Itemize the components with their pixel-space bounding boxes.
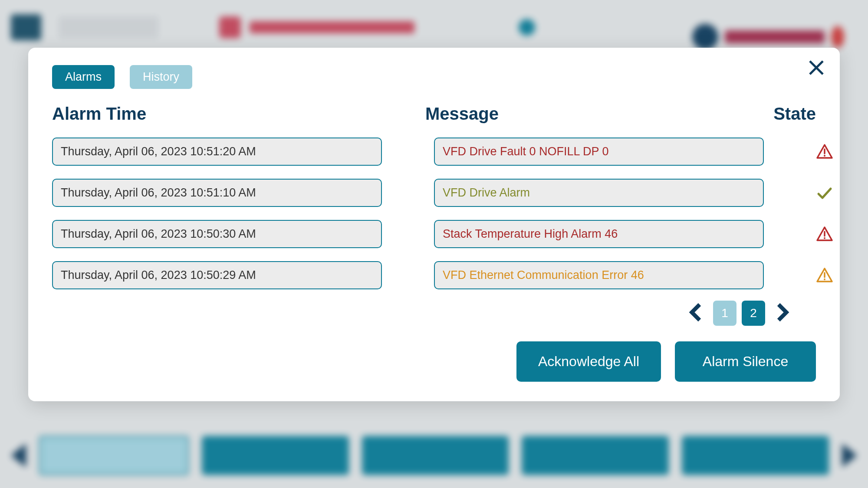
close-button[interactable] [806,57,827,80]
alarm-time-cell: Thursday, April 06, 2023 10:50:30 AM [52,220,382,248]
alarm-row: Thursday, April 06, 2023 10:50:29 AMVFD … [52,261,816,289]
alarms-modal: Alarms History Alarm Time Message State … [28,48,840,401]
action-buttons: Acknowledge All Alarm Silence [52,341,816,382]
alarm-state-cell [816,267,848,284]
alarm-message-cell: VFD Drive Fault 0 NOFILL DP 0 [434,138,764,166]
alarm-row: Thursday, April 06, 2023 10:51:10 AMVFD … [52,179,816,207]
alarm-state-cell [816,184,848,202]
alarm-state-cell [816,143,848,160]
acknowledge-all-button[interactable]: Acknowledge All [516,341,661,382]
close-icon [808,59,825,76]
chevron-left-icon [688,302,703,322]
alarm-message-cell: VFD Drive Alarm [434,179,764,207]
alarm-time-cell: Thursday, April 06, 2023 10:50:29 AM [52,261,382,289]
alarm-silence-button[interactable]: Alarm Silence [675,341,816,382]
alarm-row: Thursday, April 06, 2023 10:50:30 AMStac… [52,220,816,248]
alert-error-icon [816,226,833,243]
alarm-message-cell: Stack Temperature High Alarm 46 [434,220,764,248]
tab-history[interactable]: History [130,65,192,89]
alarm-row: Thursday, April 06, 2023 10:51:20 AMVFD … [52,138,816,166]
alarm-state-cell [816,226,848,243]
page-prev-button[interactable] [686,300,705,326]
pagination: 12 [52,300,816,326]
page-number-button[interactable]: 1 [713,301,736,326]
alarm-time-cell: Thursday, April 06, 2023 10:51:20 AM [52,138,382,166]
alarm-list: Thursday, April 06, 2023 10:51:20 AMVFD … [52,138,816,289]
tab-alarms[interactable]: Alarms [52,65,115,89]
svg-point-7 [824,278,825,280]
page-next-button[interactable] [773,300,792,326]
svg-point-3 [824,155,825,157]
alarm-time-cell: Thursday, April 06, 2023 10:51:10 AM [52,179,382,207]
svg-point-5 [824,237,825,239]
chevron-right-icon [775,302,790,322]
alarm-message-cell: VFD Ethernet Communication Error 46 [434,261,764,289]
alert-warning-icon [816,267,833,284]
tab-bar: Alarms History [52,65,816,89]
page-number-button[interactable]: 2 [742,301,765,326]
header-message: Message [425,104,720,124]
header-state: State [764,104,816,124]
column-headers: Alarm Time Message State [52,104,816,124]
check-icon [816,184,833,202]
alert-error-icon [816,143,833,160]
header-alarm-time: Alarm Time [52,104,382,124]
